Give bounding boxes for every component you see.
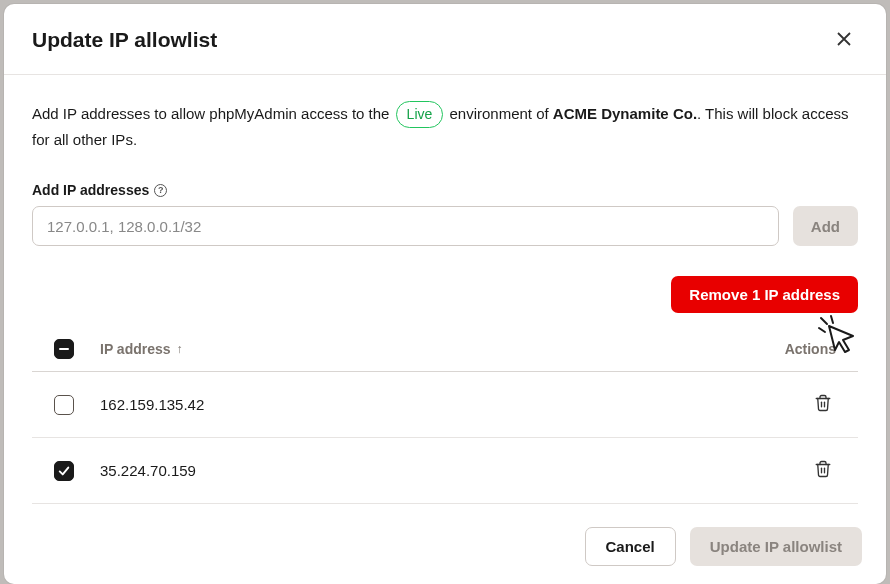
modal-footer: Cancel Update IP allowlist [4, 509, 886, 584]
row-checkbox-cell [54, 461, 100, 481]
update-ip-allowlist-modal: Update IP allowlist Add IP addresses to … [4, 4, 886, 584]
table-row: 35.224.70.159 [32, 438, 858, 504]
column-header-ip[interactable]: IP address ↑ [100, 341, 756, 357]
trash-icon [814, 400, 832, 415]
cancel-button[interactable]: Cancel [585, 527, 676, 566]
environment-badge: Live [396, 101, 444, 128]
add-ip-input-row: Add [32, 206, 858, 246]
close-icon [837, 32, 851, 49]
modal-header: Update IP allowlist [4, 4, 886, 75]
indeterminate-icon [59, 348, 69, 350]
bulk-action-row: Remove 1 IP address [32, 276, 858, 313]
row-checkbox-cell [54, 395, 100, 415]
modal-body: Add IP addresses to allow phpMyAdmin acc… [4, 75, 886, 509]
desc-pre: Add IP addresses to allow phpMyAdmin acc… [32, 105, 389, 122]
delete-row-button[interactable] [810, 390, 836, 419]
column-header-actions: Actions [756, 341, 836, 357]
modal-description: Add IP addresses to allow phpMyAdmin acc… [32, 101, 858, 152]
add-button[interactable]: Add [793, 206, 858, 246]
company-name: ACME Dynamite Co. [553, 105, 697, 122]
row-ip: 162.159.135.42 [100, 396, 756, 413]
trash-icon [814, 466, 832, 481]
ip-table: IP address ↑ Actions 162.159.135.42 [32, 327, 858, 504]
row-actions [756, 456, 836, 485]
add-ip-field: Add IP addresses ? Add [32, 182, 858, 246]
table-row: 162.159.135.42 [32, 372, 858, 438]
row-ip: 35.224.70.159 [100, 462, 756, 479]
help-icon[interactable]: ? [154, 184, 167, 197]
header-checkbox-cell [54, 339, 100, 359]
submit-button[interactable]: Update IP allowlist [690, 527, 862, 566]
select-all-checkbox[interactable] [54, 339, 74, 359]
row-actions [756, 390, 836, 419]
add-ip-label: Add IP addresses [32, 182, 149, 198]
row-checkbox[interactable] [54, 461, 74, 481]
delete-row-button[interactable] [810, 456, 836, 485]
col-ip-label: IP address [100, 341, 171, 357]
desc-mid: environment of [449, 105, 548, 122]
close-button[interactable] [830, 26, 858, 54]
sort-asc-icon: ↑ [177, 342, 183, 356]
remove-selected-button[interactable]: Remove 1 IP address [671, 276, 858, 313]
table-header: IP address ↑ Actions [32, 327, 858, 372]
check-icon [58, 465, 70, 477]
row-checkbox[interactable] [54, 395, 74, 415]
add-ip-label-row: Add IP addresses ? [32, 182, 858, 198]
modal-title: Update IP allowlist [32, 28, 217, 52]
ip-address-input[interactable] [32, 206, 779, 246]
